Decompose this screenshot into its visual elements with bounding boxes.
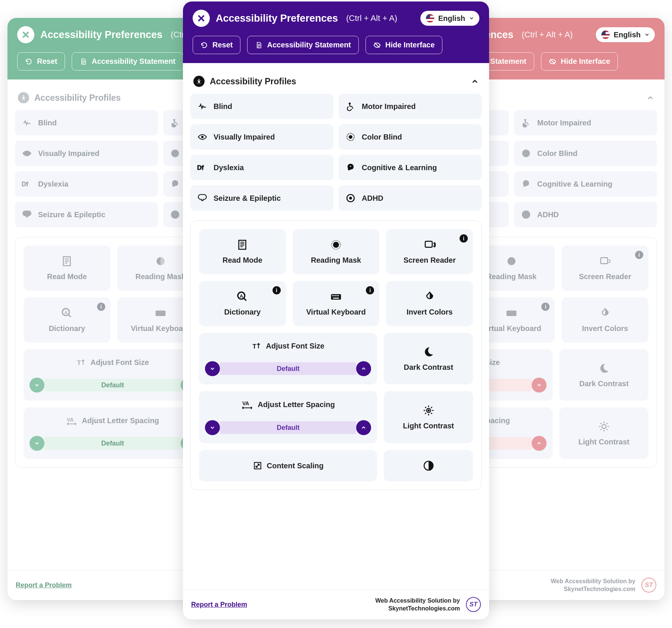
profile-motor[interactable]: Motor Impaired <box>514 110 657 135</box>
profile-dyslexia[interactable]: DfDyslexia <box>190 155 333 180</box>
svg-point-24 <box>507 257 515 265</box>
profile-seizure[interactable]: Seizure & Epileptic <box>190 185 333 211</box>
statement-button[interactable]: Accessibility Statement <box>72 52 183 71</box>
svg-rect-51 <box>338 295 339 296</box>
svg-text:Df: Df <box>197 164 204 171</box>
profile-adhd[interactable]: ADHD <box>514 202 657 227</box>
opt-screen-reader[interactable]: iScreen Reader <box>386 229 473 274</box>
wheelchair-icon <box>345 101 356 112</box>
svg-rect-52 <box>333 298 339 299</box>
svg-point-32 <box>349 103 351 104</box>
opt-adjust-font[interactable]: T Adjust Font Size Default <box>24 349 202 401</box>
increase-button[interactable] <box>356 361 371 376</box>
opt-adjust-font[interactable]: TAdjust Font Size Default <box>199 333 377 384</box>
profile-seizure[interactable]: Seizure & Epileptic <box>15 202 158 227</box>
svg-rect-12 <box>156 310 166 316</box>
opt-read-mode[interactable]: Read Mode <box>199 229 286 274</box>
close-icon <box>197 14 205 22</box>
info-icon[interactable]: i <box>97 303 105 311</box>
profile-colorblind[interactable]: Color Blind <box>339 124 482 150</box>
brand-logo: ST <box>641 578 656 593</box>
chevron-up-icon <box>647 94 654 101</box>
profile-adhd[interactable]: ADHD <box>339 185 482 211</box>
svg-text:VA: VA <box>242 400 249 406</box>
language-label: English <box>438 14 465 23</box>
stepper-value: Default <box>44 437 181 450</box>
statement-button[interactable]: Accessibility Statement <box>247 36 359 54</box>
info-icon[interactable]: i <box>273 286 281 294</box>
decrease-button[interactable] <box>205 361 220 376</box>
decrease-button[interactable] <box>205 420 220 435</box>
chevron-down-icon <box>34 382 40 388</box>
font-size-icon: T <box>252 341 261 351</box>
scale-icon <box>253 461 262 471</box>
profile-blind[interactable]: Blind <box>190 94 333 119</box>
profiles-heading-row[interactable]: Accessibility Profiles <box>190 72 482 94</box>
opt-adjust-letter[interactable]: VAAdjust Letter Spacing Default <box>199 391 377 443</box>
increase-button[interactable] <box>532 436 547 451</box>
document-icon <box>255 41 262 49</box>
head-gear-icon <box>345 162 356 173</box>
hide-button[interactable]: Hide Interface <box>365 36 442 54</box>
profile-cognitive[interactable]: Cognitive & Learning <box>514 171 657 197</box>
info-icon[interactable]: i <box>366 286 374 294</box>
language-selector[interactable]: English <box>596 27 655 42</box>
opt-contrast-partial[interactable] <box>384 450 473 481</box>
svg-text:T: T <box>252 343 256 350</box>
sun-icon <box>423 404 435 416</box>
svg-point-35 <box>349 135 352 139</box>
opt-dark-contrast[interactable]: Dark Contrast <box>559 349 648 401</box>
profile-cognitive[interactable]: Cognitive & Learning <box>339 155 482 180</box>
profile-dyslexia[interactable]: DfDyslexia <box>15 171 158 197</box>
profile-blind[interactable]: Blind <box>15 110 158 135</box>
opt-light-contrast[interactable]: Light Contrast <box>384 391 473 443</box>
opt-content-scaling[interactable]: Content Scaling <box>199 450 377 481</box>
target-icon <box>345 193 356 203</box>
opt-reading-mask[interactable]: Reading Mask <box>293 229 380 274</box>
opt-screen-reader[interactable]: iScreen Reader <box>561 246 648 291</box>
chevron-down-icon <box>209 425 215 431</box>
profile-motor[interactable]: Motor Impaired <box>339 94 482 119</box>
info-icon[interactable]: i <box>635 251 643 259</box>
opt-invert[interactable]: Invert Colors <box>386 281 473 326</box>
letter-spacing-icon: VA <box>241 399 253 410</box>
opt-dictionary[interactable]: iADictionary <box>24 297 111 343</box>
opt-invert[interactable]: Invert Colors <box>561 297 648 343</box>
panel-purple: Accessibility Preferences (Ctrl + Alt + … <box>183 1 489 619</box>
opt-virtual-keyboard[interactable]: iVirtual Keyboard <box>293 281 380 326</box>
opt-adjust-letter[interactable]: VA Adjust Letter Spacing Default <box>24 407 202 459</box>
increase-button[interactable] <box>356 420 371 435</box>
decrease-button[interactable] <box>29 436 44 451</box>
document-lines-icon <box>236 239 248 251</box>
chevron-up-icon <box>361 366 367 372</box>
info-icon[interactable]: i <box>460 234 468 243</box>
decrease-button[interactable] <box>29 378 44 393</box>
hide-button[interactable]: Hide Interface <box>541 52 618 71</box>
profile-visual[interactable]: Visually Impaired <box>190 124 333 150</box>
opt-read-mode[interactable]: Read Mode <box>24 246 111 291</box>
opt-dark-contrast[interactable]: Dark Contrast <box>384 333 473 384</box>
svg-point-37 <box>350 166 351 167</box>
reset-button[interactable]: Reset <box>193 36 240 54</box>
language-selector[interactable]: English <box>420 11 479 26</box>
mask-icon <box>330 239 342 251</box>
report-link[interactable]: Report a Problem <box>191 601 247 609</box>
close-icon <box>22 31 30 39</box>
sun-icon <box>598 421 610 432</box>
info-icon[interactable]: i <box>541 303 550 311</box>
report-link[interactable]: Report a Problem <box>16 581 72 589</box>
opt-dictionary[interactable]: iADictionary <box>199 281 286 326</box>
increase-button[interactable] <box>532 378 547 393</box>
svg-point-19 <box>522 150 530 157</box>
svg-text:VA: VA <box>67 417 74 423</box>
svg-point-56 <box>427 409 429 411</box>
svg-rect-48 <box>333 295 335 296</box>
close-button[interactable] <box>193 10 210 27</box>
keyboard-icon <box>330 291 342 303</box>
eye-slash-icon <box>549 58 556 65</box>
profile-visual[interactable]: Visually Impaired <box>15 141 158 166</box>
opt-light-contrast[interactable]: Light Contrast <box>559 407 648 459</box>
profile-colorblind[interactable]: Color Blind <box>514 141 657 166</box>
reset-button[interactable]: Reset <box>17 52 65 71</box>
close-button[interactable] <box>17 26 34 43</box>
